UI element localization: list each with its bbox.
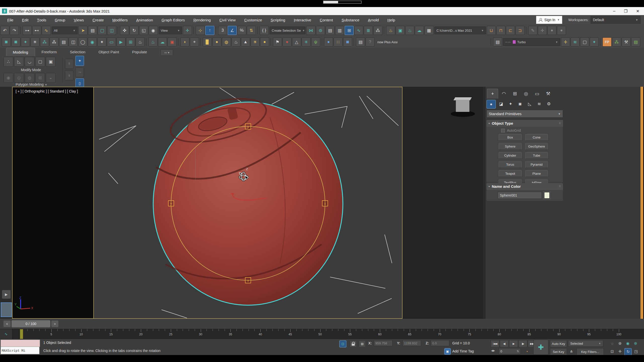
dope-sheet-icon[interactable]: ≣ <box>364 26 373 35</box>
scene-canvas[interactable]: y y x x Z <box>94 87 403 318</box>
object-name-field[interactable]: Sphere001 <box>498 192 542 199</box>
key-steps-icon[interactable]: ⋔ <box>568 348 575 355</box>
next-modifier-icon[interactable]: ↡ <box>65 70 73 80</box>
select-and-manipulate-icon[interactable]: ⊹ <box>196 26 205 35</box>
isolate-selection-icon[interactable]: ⊡ <box>339 340 346 347</box>
key-filters-button[interactable]: Key Filters... <box>577 348 604 355</box>
pan-icon[interactable]: ✛ <box>617 348 623 355</box>
snaps-toggle-icon[interactable]: 3 <box>218 26 227 35</box>
menu-animation[interactable]: Animation <box>132 15 157 25</box>
geometry-category[interactable]: ● <box>487 100 496 109</box>
sphere-yellow-icon[interactable]: ● <box>260 37 269 47</box>
project-folder-dropdown[interactable]: C:\Users\D...s Max 2021▼ <box>434 27 486 34</box>
cameras-category[interactable]: ◙ <box>516 100 525 108</box>
secondary-viewport[interactable] <box>403 87 483 319</box>
object-type-torus-button[interactable]: Torus <box>499 161 522 168</box>
bind-to-space-warp-icon[interactable]: ∿ <box>42 26 51 35</box>
maxscript-mini-listener[interactable]: MAXScript Mi <box>1 347 39 354</box>
redo-icon[interactable]: ↷ <box>10 26 19 35</box>
current-frame-field[interactable]: 0 ⇅ <box>499 348 521 354</box>
cone-icon[interactable]: ▲ <box>241 37 250 47</box>
menu-scripting[interactable]: Scripting <box>266 15 290 25</box>
teapot-icon[interactable]: ♨ <box>136 37 145 47</box>
window-plus-icon[interactable]: ⊞ <box>126 37 135 47</box>
go-to-start-button[interactable]: |◀◀ <box>491 340 499 347</box>
camera-icon[interactable]: ◙ <box>2 37 11 47</box>
menu-content[interactable]: Content <box>315 15 337 25</box>
border-mode-icon[interactable]: ◡ <box>25 57 34 67</box>
menu-help[interactable]: Help <box>383 15 399 25</box>
edit-ghost-icon[interactable]: ✎ <box>528 26 537 35</box>
menu-graph-editors[interactable]: Graph Editors <box>157 15 189 25</box>
chat-icon[interactable]: ◗ <box>180 37 189 47</box>
z-coord-field[interactable]: 0.0 <box>431 340 449 346</box>
key-mode-toggle[interactable]: ◀▶ <box>491 349 495 352</box>
y-coord-field[interactable]: 1159.932 <box>403 340 421 346</box>
door-icon[interactable]: ◫ <box>69 37 78 47</box>
frame-display[interactable]: 0 / 100 <box>12 320 50 327</box>
ribbon-tab-object-paint[interactable]: Object Paint <box>92 48 126 56</box>
lock-selection-icon[interactable] <box>350 340 357 347</box>
disc-icon[interactable]: ◍ <box>222 37 231 47</box>
edit-named-selection-sets-icon[interactable]: { } <box>260 26 269 35</box>
ribbon-tab-modeling[interactable]: Modeling <box>6 48 35 56</box>
object-type-teapot-button[interactable]: Teapot <box>499 170 522 177</box>
object-type-cylinder-button[interactable]: Cylinder <box>499 152 522 159</box>
sphere-object[interactable] <box>153 102 343 305</box>
ribbon-tab-populate[interactable]: Populate <box>126 48 153 56</box>
helpers-category[interactable]: ◺ <box>525 100 534 108</box>
menu-create[interactable]: Create <box>88 15 108 25</box>
menu-civil-view[interactable]: Civil View <box>215 15 240 25</box>
menu-rendering[interactable]: Rendering <box>189 15 215 25</box>
undo-icon[interactable]: ↶ <box>0 26 9 35</box>
play-overlay-button[interactable]: ▶ <box>2 290 11 299</box>
add-camera-icon[interactable]: ◙ <box>11 37 20 47</box>
menu-views[interactable]: Views <box>69 15 88 25</box>
ribbon-tab-selection[interactable]: Selection <box>63 48 92 56</box>
pin-stack-icon[interactable]: ⊸ <box>75 67 84 77</box>
itoo-trees-icon[interactable]: ⁂ <box>612 37 621 47</box>
create-tab[interactable]: + <box>487 89 498 99</box>
spheres-icon[interactable]: ∷ <box>334 37 343 47</box>
monitor-icon[interactable]: ▭ <box>107 37 116 47</box>
mirror-icon[interactable]: ⋈ <box>306 26 315 35</box>
edge-mode-icon[interactable]: ◺ <box>14 57 24 67</box>
next-frame-arrow[interactable]: > <box>51 321 58 327</box>
faded-dot-icon[interactable]: ● <box>557 26 566 35</box>
select-object-icon[interactable]: ➤ <box>78 26 88 35</box>
menu-tools[interactable]: Tools <box>33 15 51 25</box>
object-type-geosphere-button[interactable]: GeoSphere <box>525 143 548 150</box>
add-time-tag-button[interactable]: Add Time Tag <box>452 349 474 353</box>
active-viewport[interactable]: [ + ] [ Orthographic ] [ Standard ] [ Cl… <box>12 87 403 319</box>
rectangular-selection-region-icon[interactable]: ▢ <box>98 26 107 35</box>
set-keys-button[interactable]: ✚ <box>533 340 548 355</box>
zoom-extents-all-icon[interactable]: ⊛ <box>632 340 639 347</box>
absolute-relative-coord-icon[interactable]: ⊠ <box>359 340 366 347</box>
sun-yellow-icon[interactable]: ☀ <box>251 37 260 47</box>
reference-coordinate-system-dropdown[interactable]: View▼ <box>159 27 182 34</box>
selection-filter-dropdown[interactable]: All▼ <box>52 27 77 34</box>
orbit-icon[interactable]: ↻ <box>624 348 632 355</box>
select-and-place-icon[interactable]: ◉ <box>149 26 158 35</box>
object-type-tube-button[interactable]: Tube <box>525 152 548 159</box>
track-bar[interactable]: ∿ 05101520253035404550556065707580859095… <box>0 329 644 339</box>
diamond-stack-icon[interactable]: ✦ <box>590 37 599 47</box>
faded-dot-icon[interactable]: ● <box>547 26 556 35</box>
systems-category[interactable]: ⚙ <box>544 100 553 108</box>
show-end-result-icon[interactable]: ✦ <box>75 56 84 66</box>
list-panel-icon[interactable]: ▤ <box>631 37 640 47</box>
named-selection-sets-dropdown[interactable]: Create Selection Se▼ <box>270 27 305 34</box>
set-key-button[interactable]: Set Key <box>550 348 567 355</box>
frame-window-icon[interactable]: ▣ <box>168 37 177 47</box>
project-new-icon[interactable]: ⊔ <box>487 26 496 35</box>
layer-explorer-icon[interactable]: ▤ <box>326 26 335 35</box>
blob-icon[interactable]: ● <box>212 37 221 47</box>
object-color-swatch[interactable] <box>544 192 550 199</box>
viewport-label[interactable]: [ + ] [ Orthographic ] [ Standard ] [ Cl… <box>16 89 78 93</box>
spinner-snap-icon[interactable]: ⇅ <box>247 26 256 35</box>
align-icon[interactable]: ⊜ <box>316 26 325 35</box>
polygon-mode-icon[interactable]: ▢ <box>35 57 45 67</box>
red-sphere-icon[interactable]: ● <box>283 37 292 47</box>
add-modifier-icon[interactable]: ✛ <box>561 37 570 47</box>
object-type-sphere-button[interactable]: Sphere <box>499 143 522 150</box>
